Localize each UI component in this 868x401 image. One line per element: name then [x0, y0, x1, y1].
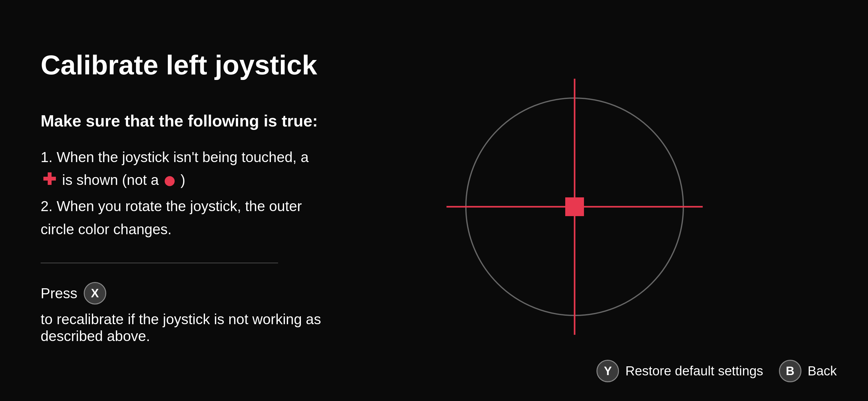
x-button-badge[interactable]: X	[84, 282, 106, 304]
crosshair-center	[565, 197, 584, 216]
press-label: Press	[41, 285, 78, 302]
back-label: Back	[808, 364, 837, 378]
press-section: Press X to recalibrate if the joystick i…	[41, 282, 322, 344]
divider	[41, 263, 278, 263]
right-panel	[322, 37, 827, 376]
y-button-badge[interactable]: Y	[596, 360, 619, 382]
left-panel: Calibrate left joystick Make sure that t…	[41, 37, 322, 376]
footer: Y Restore default settings B Back	[596, 360, 837, 382]
page-title: Calibrate left joystick	[41, 50, 322, 80]
cross-icon: ✚	[42, 171, 56, 188]
instruction-line-2: 2. When you rotate the joystick, the out…	[41, 195, 322, 241]
instruction-line-1: 1. When the joystick isn't being touched…	[41, 146, 322, 192]
dot-icon	[165, 176, 175, 186]
instruction-2-text: 2. When you rotate the joystick, the out…	[41, 195, 322, 241]
back-action[interactable]: B Back	[779, 360, 837, 382]
subtitle: Make sure that the following is true:	[41, 111, 322, 130]
instruction-1-text: 1. When the joystick isn't being touched…	[41, 146, 322, 192]
restore-label: Restore default settings	[625, 364, 763, 378]
restore-action[interactable]: Y Restore default settings	[596, 360, 763, 382]
press-description: to recalibrate if the joystick is not wo…	[41, 311, 322, 344]
b-button-badge[interactable]: B	[779, 360, 801, 382]
instructions: 1. When the joystick isn't being touched…	[41, 146, 322, 244]
joystick-diagram	[465, 97, 684, 316]
